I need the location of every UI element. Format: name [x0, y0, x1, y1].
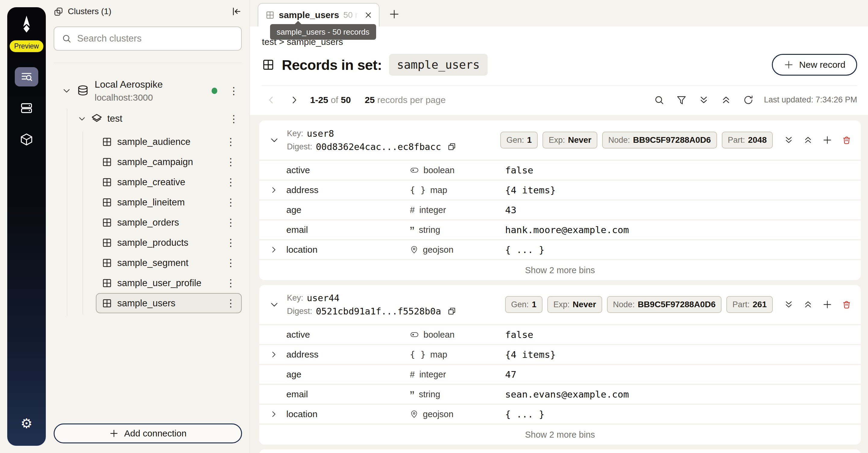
- namespace-menu-button[interactable]: ⋮: [226, 114, 242, 124]
- collapse-bins-button[interactable]: [803, 299, 813, 310]
- new-record-button[interactable]: New record: [772, 54, 857, 75]
- bin-row[interactable]: age # integer 43: [259, 201, 861, 219]
- tab-sample-users[interactable]: sample_users 50 rec: [258, 3, 379, 27]
- collapse-record-button[interactable]: [270, 300, 279, 309]
- tree-item-set[interactable]: sample_user_profile ⋮: [96, 273, 242, 293]
- tree-item-set[interactable]: sample_segment ⋮: [96, 253, 242, 273]
- set-menu-button[interactable]: ⋮: [223, 218, 239, 227]
- tree-item-set[interactable]: sample_campaign ⋮: [96, 152, 242, 172]
- refresh-button[interactable]: [743, 95, 754, 105]
- bin-name: location: [286, 245, 410, 255]
- expand-bin-button[interactable]: [270, 410, 286, 418]
- record-badges: Gen:1 Exp:Never Node:BB9C5F97288A0D6 Par…: [500, 132, 773, 149]
- bin-name: location: [286, 409, 410, 419]
- bin-type: ” string: [410, 389, 505, 399]
- boolean-icon: [410, 330, 419, 339]
- tree-item-set-selected[interactable]: sample_users ⋮: [96, 293, 242, 313]
- cluster-info: Local Aerospike localhost:3000: [95, 79, 163, 103]
- tab-tooltip: sample_users - 50 records: [270, 24, 376, 40]
- nav-udf-button[interactable]: [15, 130, 38, 149]
- bin-row[interactable]: active boolean false: [259, 161, 861, 180]
- tree-item-cluster[interactable]: Local Aerospike localhost:3000 ⋮: [54, 76, 242, 105]
- clusters-icon: [54, 7, 63, 16]
- set-menu-button[interactable]: ⋮: [223, 278, 239, 288]
- record-digest-line: Digest: 0521cbd91a1f...f5528b0a: [287, 306, 457, 317]
- search-records-button[interactable]: [654, 95, 664, 105]
- collapse-bins-button[interactable]: [803, 135, 813, 145]
- record-digest: 0521cbd91a1f...f5528b0a: [316, 306, 441, 317]
- set-menu-button[interactable]: ⋮: [223, 258, 239, 268]
- chevron-left-icon: [266, 95, 276, 105]
- gen-badge: Gen:1: [500, 132, 538, 149]
- add-bin-button[interactable]: [822, 299, 832, 310]
- close-tab-button[interactable]: [364, 10, 373, 20]
- gen-badge: Gen:1: [505, 296, 542, 313]
- set-menu-button[interactable]: ⋮: [223, 137, 239, 147]
- show-more-bins-button[interactable]: Show 2 more bins: [259, 260, 861, 280]
- tree-item-set[interactable]: sample_orders ⋮: [96, 212, 242, 232]
- geojson-pin-icon: [410, 246, 418, 254]
- bin-row[interactable]: active boolean false: [259, 325, 861, 344]
- tree-item-set[interactable]: sample_lineitem ⋮: [96, 192, 242, 212]
- expand-bin-button[interactable]: [270, 246, 286, 254]
- collapse-sidebar-button[interactable]: [231, 6, 242, 17]
- set-menu-button[interactable]: ⋮: [223, 177, 239, 187]
- add-connection-button[interactable]: Add connection: [54, 423, 242, 443]
- set-menu-button[interactable]: ⋮: [223, 157, 239, 167]
- delete-record-button[interactable]: [841, 135, 852, 145]
- collapse-record-button[interactable]: [270, 135, 279, 145]
- clusters-header: Clusters (1): [54, 0, 242, 23]
- nav-browse-button[interactable]: [15, 67, 38, 87]
- add-bin-button[interactable]: [822, 135, 832, 145]
- next-page-button[interactable]: [285, 95, 303, 105]
- copy-digest-button[interactable]: [447, 142, 457, 152]
- bin-row[interactable]: address { } map {4 items}: [259, 181, 861, 199]
- chevron-down-icon[interactable]: [78, 115, 86, 123]
- show-more-bins-button[interactable]: Show 2 more bins: [259, 425, 861, 445]
- bin-row[interactable]: age # integer 47: [259, 365, 861, 384]
- tree-item-namespace[interactable]: test ⋮: [78, 109, 242, 128]
- expand-bin-button[interactable]: [270, 350, 286, 359]
- bin-row[interactable]: address { } map {4 items}: [259, 345, 861, 364]
- expand-all-button[interactable]: [698, 95, 709, 105]
- refresh-icon: [743, 95, 754, 105]
- set-menu-button[interactable]: ⋮: [223, 238, 239, 248]
- set-menu-button[interactable]: ⋮: [223, 197, 239, 207]
- copy-icon: [447, 142, 457, 152]
- collapse-all-button[interactable]: [721, 95, 732, 105]
- bin-row[interactable]: email ” string hank.moore@example.com: [259, 221, 861, 239]
- copy-digest-button[interactable]: [447, 306, 457, 316]
- set-menu-button[interactable]: ⋮: [223, 298, 239, 308]
- table-icon: [266, 10, 275, 20]
- table-icon: [102, 177, 112, 187]
- bin-row[interactable]: location geojson { ... }: [259, 240, 861, 259]
- cluster-menu-button[interactable]: ⋮: [226, 86, 242, 96]
- app-rail: Preview ⚙: [7, 7, 46, 446]
- bin-row[interactable]: email ” string sean.evans@example.com: [259, 385, 861, 403]
- trash-icon: [841, 135, 852, 145]
- settings-button[interactable]: ⚙: [21, 417, 32, 430]
- cluster-host: localhost:3000: [95, 93, 163, 103]
- new-tab-button[interactable]: [389, 8, 400, 20]
- cube-icon: [20, 132, 33, 147]
- tree-item-set[interactable]: sample_creative ⋮: [96, 172, 242, 192]
- set-label: sample_user_profile: [117, 278, 201, 289]
- tree-guide-line: [83, 132, 83, 315]
- chevron-down-icon[interactable]: [62, 86, 71, 95]
- search-input[interactable]: [77, 33, 234, 44]
- expand-bin-button[interactable]: [270, 186, 286, 194]
- expand-bins-button[interactable]: [784, 299, 794, 310]
- prev-page-button[interactable]: [262, 95, 280, 105]
- tree-item-set[interactable]: sample_audience ⋮: [96, 132, 242, 152]
- tree-item-set[interactable]: sample_products ⋮: [96, 232, 242, 253]
- bin-row[interactable]: location geojson { ... }: [259, 405, 861, 423]
- records-per-page[interactable]: 25 records per page: [365, 95, 446, 105]
- namespace-layers-icon: [91, 112, 103, 125]
- filter-button[interactable]: [676, 95, 687, 105]
- expand-bins-button[interactable]: [784, 135, 794, 145]
- nav-clusters-button[interactable]: [15, 98, 38, 118]
- records-list: Key: user8 Digest: 00d8362e4cac...ec8fba…: [250, 115, 868, 453]
- copy-icon: [447, 306, 457, 316]
- chevron-down-icon: [270, 135, 279, 145]
- delete-record-button[interactable]: [841, 299, 852, 310]
